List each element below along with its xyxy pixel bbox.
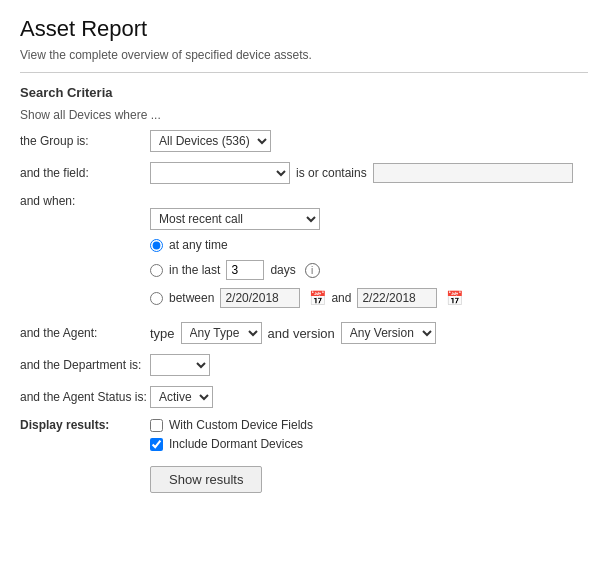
and-date-label: and [331,291,351,305]
calendar-from-icon[interactable]: 📅 [309,290,325,306]
agent-controls: type Any Type and version Any Version [150,322,436,344]
display-results-row: Display results: With Custom Device Fiel… [20,418,588,456]
group-select[interactable]: All Devices (536) [150,130,271,152]
when-select[interactable]: Most recent call [150,208,320,230]
days-label: days [270,263,295,277]
display-results-label: Display results: [20,418,150,432]
status-row: and the Agent Status is: Active [20,386,588,408]
custom-fields-label: With Custom Device Fields [169,418,313,432]
show-results-container: Show results [150,466,588,493]
page-title: Asset Report [20,16,588,42]
agent-type-select[interactable]: Any Type [181,322,262,344]
agent-label: and the Agent: [20,326,150,340]
department-row: and the Department is: [20,354,588,376]
agent-row: and the Agent: type Any Type and version… [20,322,588,344]
department-select[interactable] [150,354,210,376]
agent-version-select[interactable]: Any Version [341,322,436,344]
status-label: and the Agent Status is: [20,390,150,404]
include-dormant-checkbox[interactable] [150,438,163,451]
show-all-label: Show all Devices where ... [20,108,588,122]
custom-fields-row: With Custom Device Fields [150,418,313,432]
is-or-contains-text: is or contains [296,166,367,180]
when-label: and when: [20,194,150,208]
radio-last-days[interactable] [150,264,163,277]
between-label: between [169,291,214,305]
and-version-label: and version [268,326,335,341]
divider [20,72,588,73]
show-results-button[interactable]: Show results [150,466,262,493]
radio-row-between: between 📅 and 📅 [150,288,588,308]
dormant-row: Include Dormant Devices [150,437,313,451]
radio-row-anytime: at any time [150,238,588,252]
radio-anytime[interactable] [150,239,163,252]
field-select[interactable] [150,162,290,184]
radio-between[interactable] [150,292,163,305]
info-icon: i [305,263,320,278]
most-recent-row: Most recent call [150,208,588,230]
type-label: type [150,326,175,341]
contains-input[interactable] [373,163,573,183]
when-options-block: at any time in the last days i between 📅… [150,238,588,308]
in-the-last-label: in the last [169,263,220,277]
calendar-to-icon[interactable]: 📅 [446,290,462,306]
at-any-time-label: at any time [169,238,228,252]
page-subtitle: View the complete overview of specified … [20,48,588,62]
display-results-options: With Custom Device Fields Include Dorman… [150,418,313,456]
include-dormant-label: Include Dormant Devices [169,437,303,451]
when-label-row: and when: [20,194,588,208]
custom-fields-checkbox[interactable] [150,419,163,432]
group-label: the Group is: [20,134,150,148]
date-to-input[interactable] [357,288,437,308]
field-label: and the field: [20,166,150,180]
radio-row-last-days: in the last days i [150,260,588,280]
date-from-input[interactable] [220,288,300,308]
group-row: the Group is: All Devices (536) [20,130,588,152]
field-row: and the field: is or contains [20,162,588,184]
days-input[interactable] [226,260,264,280]
department-label: and the Department is: [20,358,150,372]
search-criteria-heading: Search Criteria [20,85,588,100]
status-select[interactable]: Active [150,386,213,408]
